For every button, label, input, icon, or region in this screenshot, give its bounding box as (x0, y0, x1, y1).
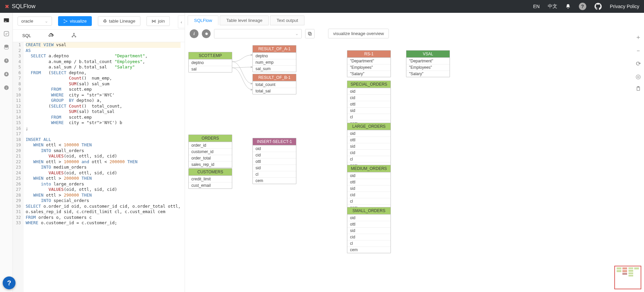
table-lineage-button[interactable]: ♻ table Lineage (98, 16, 140, 26)
node-title: CUSTOMERS (189, 169, 232, 176)
node-result-b[interactable]: RESULT_OF_B-1total_counttotal_sal (252, 74, 296, 94)
node-column[interactable]: total_sal (253, 88, 296, 94)
node-column[interactable]: ottl (347, 101, 391, 107)
collapse-left-icon[interactable]: ‹ (178, 16, 185, 28)
node-column[interactable]: cid (253, 152, 296, 158)
node-customers[interactable]: CUSTOMERScredit_limitcust_email (188, 168, 232, 189)
node-column[interactable]: sid (253, 165, 296, 171)
tab-text-output[interactable]: Text output (270, 16, 304, 25)
node-column[interactable]: "Employees" (406, 64, 450, 70)
node-column[interactable]: oid (253, 145, 296, 152)
node-column[interactable]: "Employees" (347, 64, 391, 70)
github-icon[interactable] (594, 3, 602, 10)
clipboard-icon[interactable] (635, 86, 641, 93)
node-column[interactable]: "Salary" (347, 70, 391, 77)
node-rs1[interactable]: RS-1"Department""Employees""Salary" (347, 50, 391, 77)
node-column[interactable]: order_id (189, 142, 232, 148)
zoom-out-icon[interactable]: － (635, 47, 641, 55)
node-column[interactable]: ottl (347, 179, 391, 185)
node-column[interactable]: sid (347, 107, 391, 114)
node-scott-emp[interactable]: SCOTT.EMPdeptnosal (188, 52, 232, 72)
node-small-orders[interactable]: SMALL_ORDERSoidottlsidcidclcem (347, 207, 391, 253)
node-column[interactable]: cl (347, 156, 391, 162)
node-column[interactable]: sales_rep_id (189, 161, 232, 168)
visualize-button[interactable]: visualize (58, 16, 92, 26)
db-select[interactable]: oracle ⌄ (18, 17, 52, 26)
sql-icon[interactable] (3, 17, 10, 24)
zoom-in-icon[interactable]: ＋ (635, 33, 641, 41)
node-title: SMALL_ORDERS (347, 207, 391, 214)
tab-sqlflow[interactable]: SQLFlow (188, 16, 218, 25)
node-column[interactable]: sal (189, 66, 232, 72)
node-orders[interactable]: ORDERSorder_idcustomer_idorder_totalsale… (188, 135, 232, 168)
node-column[interactable]: cid (347, 234, 391, 240)
node-column[interactable]: cem (347, 246, 391, 253)
help-fab[interactable]: ? (3, 276, 16, 289)
refresh-icon[interactable]: ⟳ (635, 60, 641, 67)
database-icon[interactable] (3, 44, 10, 51)
node-column[interactable]: cid (347, 94, 391, 101)
minimap[interactable] (614, 266, 641, 289)
tab-table-lineage[interactable]: Table level lineage (220, 16, 269, 25)
node-column[interactable]: cid (347, 192, 391, 198)
target-icon[interactable]: ◎ (635, 73, 641, 80)
lang-en[interactable]: EN (533, 4, 539, 9)
node-column[interactable]: "Department" (406, 58, 450, 64)
node-column[interactable]: cl (347, 240, 391, 246)
settings-button[interactable] (202, 29, 211, 38)
table-search-select[interactable]: ⌄ (214, 29, 302, 38)
node-medium-orders[interactable]: MEDIUM_ORDERSoidottlsidcidclcem (347, 165, 391, 211)
node-column[interactable]: oid (347, 214, 391, 221)
node-column[interactable]: ottl (347, 221, 391, 227)
node-special-orders[interactable]: SPECIAL_ORDERSoidcidottlsidclcem (347, 81, 391, 127)
privacy-link[interactable]: Privacy Policy (610, 4, 639, 9)
lang-zh[interactable]: 中文 (548, 3, 557, 9)
clock-icon[interactable] (3, 57, 10, 64)
diagram-canvas[interactable]: SCOTT.EMPdeptnosalRESULT_OF_A-1deptnonum… (185, 42, 644, 292)
node-column[interactable]: cid (347, 149, 391, 156)
node-column[interactable]: ottl (253, 158, 296, 165)
node-column[interactable]: cem (253, 177, 296, 184)
node-column[interactable]: cl (253, 171, 296, 177)
node-column[interactable]: customer_id (189, 148, 232, 155)
node-column[interactable]: sid (347, 143, 391, 149)
node-large-orders[interactable]: LARGE_ORDERSoidottlsidcidclcem (347, 123, 391, 169)
info-button[interactable]: i (190, 29, 198, 38)
hierarchy-icon[interactable] (71, 32, 77, 38)
notifications-icon[interactable] (565, 4, 571, 9)
node-column[interactable]: oid (347, 172, 391, 179)
node-column[interactable]: sid (347, 227, 391, 234)
node-column[interactable]: cl (347, 198, 391, 204)
sql-editor[interactable]: 1234567891011121314151617181920212223242… (13, 42, 185, 292)
node-title: RESULT_OF_B-1 (253, 74, 296, 81)
node-column[interactable]: deptno (189, 59, 232, 66)
node-insert-select[interactable]: INSERT-SELECT-1oidcidottlsidclcem (252, 138, 296, 184)
node-column[interactable]: cl (347, 114, 391, 120)
info-icon[interactable]: i (3, 84, 10, 91)
node-column[interactable]: sal_sum (253, 65, 296, 72)
node-column[interactable]: total_count (253, 81, 296, 88)
node-column[interactable]: "Department" (347, 58, 391, 64)
node-column[interactable]: cust_email (189, 182, 232, 188)
upload-icon[interactable] (48, 32, 54, 38)
node-column[interactable]: order_total (189, 155, 232, 161)
node-column[interactable]: credit_limit (189, 176, 232, 182)
node-column[interactable]: sid (347, 185, 391, 192)
join-button[interactable]: ⋈ join (146, 16, 170, 26)
node-result-a[interactable]: RESULT_OF_A-1deptnonum_empsal_sum (252, 45, 296, 72)
code-content[interactable]: CREATE VIEW vsalAS SELECT a.deptno "Depa… (24, 42, 183, 292)
node-column[interactable]: oid (347, 130, 391, 137)
check-icon[interactable] (3, 30, 10, 37)
node-column[interactable]: num_emp (253, 59, 296, 65)
copy-button[interactable] (305, 29, 315, 38)
help-icon[interactable]: ? (579, 3, 586, 10)
node-column[interactable]: ottl (347, 137, 391, 143)
line-gutter: 1234567891011121314151617181920212223242… (13, 42, 24, 292)
download-icon[interactable] (3, 71, 10, 78)
node-vsal[interactable]: VSAL"Department""Employees""Salary" (406, 50, 450, 77)
visualize-overview-button[interactable]: visualize lineage overview (328, 29, 389, 38)
node-column[interactable]: "Salary" (406, 70, 450, 77)
node-column[interactable]: oid (347, 88, 391, 94)
tab-sql[interactable]: SQL (22, 32, 31, 38)
node-column[interactable]: deptno (253, 53, 296, 59)
